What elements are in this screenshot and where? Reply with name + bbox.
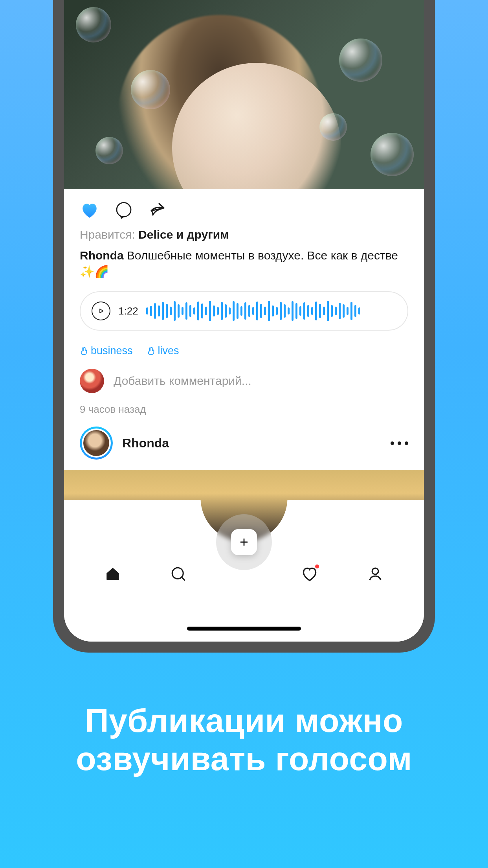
nav-search[interactable]	[169, 565, 188, 583]
tag-business[interactable]: business	[80, 345, 133, 357]
post-image[interactable]	[64, 0, 424, 189]
caption-body: Волшебные моменты в воздухе. Все как в д…	[127, 249, 398, 262]
device-frame: Нравится: Delice и другим RhondaВолшебны…	[53, 0, 435, 653]
add-comment-row[interactable]: Добавить комментарий...	[64, 363, 424, 399]
profile-icon	[367, 566, 383, 582]
post-caption: RhondaВолшебные моменты в воздухе. Все к…	[80, 248, 408, 280]
caption-author[interactable]: Rhonda	[80, 249, 124, 262]
story-avatar-ring[interactable]	[80, 427, 113, 460]
nav-home[interactable]	[103, 565, 122, 583]
user-avatar[interactable]	[80, 369, 104, 393]
next-post-header: Rhonda	[64, 419, 424, 470]
comment-button[interactable]	[114, 201, 133, 220]
svg-point-0	[117, 202, 131, 217]
post-more-button[interactable]	[391, 441, 408, 445]
tag-lives[interactable]: lives	[147, 345, 179, 357]
caption-emoji: ✨🌈	[80, 265, 109, 278]
marketing-line1: Публикации можно	[0, 702, 488, 740]
home-icon	[105, 566, 121, 582]
plus-icon	[238, 537, 250, 548]
tag-label: lives	[158, 345, 179, 357]
marketing-headline: Публикации можно озвучивать голосом	[0, 702, 488, 778]
comment-input-placeholder[interactable]: Добавить комментарий...	[114, 374, 251, 388]
peace-icon	[147, 347, 156, 355]
nav-activity[interactable]	[300, 565, 319, 583]
peace-icon	[80, 347, 88, 355]
post-actions-bar	[64, 189, 424, 228]
home-indicator	[187, 627, 301, 631]
author-avatar	[83, 430, 109, 456]
likes-users: Delice и другим	[138, 228, 229, 241]
voice-player[interactable]: 1:22	[80, 291, 408, 331]
tags-row: business lives	[64, 335, 424, 363]
next-post-author[interactable]: Rhonda	[122, 436, 381, 451]
post-text-block: Нравится: Delice и другим RhondaВолшебны…	[64, 228, 424, 280]
marketing-line2: озвучивать голосом	[0, 740, 488, 778]
likes-label: Нравится:	[80, 228, 138, 241]
nav-profile[interactable]	[366, 565, 385, 583]
activity-badge	[314, 564, 320, 569]
like-button[interactable]	[80, 200, 99, 220]
waveform[interactable]	[146, 300, 396, 322]
likes-line[interactable]: Нравится: Delice и другим	[80, 228, 408, 241]
search-icon	[170, 566, 187, 582]
play-button[interactable]	[92, 302, 110, 320]
post-timestamp: 9 часов назад	[64, 399, 424, 419]
voice-duration: 1:22	[118, 305, 138, 317]
bottom-nav	[64, 551, 424, 642]
tag-label: business	[91, 345, 133, 357]
svg-point-2	[372, 568, 378, 574]
share-button[interactable]	[148, 201, 167, 220]
app-screen: Нравится: Delice и другим RhondaВолшебны…	[64, 0, 424, 642]
